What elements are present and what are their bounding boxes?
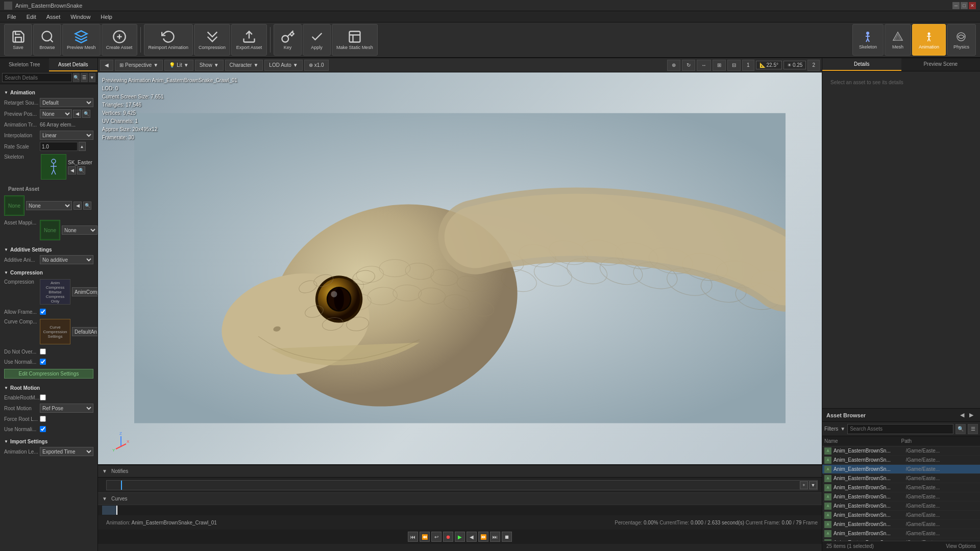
skip-to-start-btn[interactable]: ⏮ [408,532,418,542]
prev-frame-btn[interactable]: ⏪ [420,532,430,542]
record-btn[interactable]: ⏺ [443,532,453,542]
menu-edit[interactable]: Edit [21,13,41,21]
asset-list-item[interactable]: A Anim_EasternBrownSn... /Game/Easte... [822,465,980,474]
make-static-mesh-button[interactable]: Make Static Mesh [332,24,378,56]
export-asset-button[interactable]: Export Asset [231,24,267,56]
edit-compression-settings-button[interactable]: Edit Compression Settings [4,369,93,379]
parent-asset-arrow-btn[interactable]: ◀ [74,202,82,210]
animation-length-select[interactable]: Exported Time [40,447,93,456]
browse-button[interactable]: Browse [33,24,61,56]
stop-btn[interactable]: ⏹ [502,532,512,542]
animation-mode-button[interactable]: Animation [912,24,946,56]
play-btn[interactable]: ▶ [455,532,465,542]
use-normalize-2-checkbox[interactable] [40,426,46,432]
viewport-scale-gizmo-btn[interactable]: ↔ [697,60,711,71]
notifies-section-label[interactable]: ▼ [102,468,107,474]
additive-anim-select[interactable]: No additive [40,255,93,264]
viewport-scale-btn[interactable]: ⊕ x1.0 [304,60,329,71]
tab-details[interactable]: Details [822,58,901,71]
viewport-rotate-btn[interactable]: ↻ [682,60,695,71]
search-assets-input[interactable] [847,424,953,434]
notifies-options-btn[interactable]: ▼ [809,481,817,489]
reimport-button[interactable]: Reimport Animation [144,24,193,56]
root-motion-type-select[interactable]: Ref Pose [40,404,93,413]
apply-button[interactable]: Apply [303,24,331,56]
tab-skeleton-tree[interactable]: Skeleton Tree [0,58,49,71]
rate-scale-input[interactable] [40,142,78,151]
viewport-perspective-btn[interactable]: ⊞ Perspective ▼ [115,60,163,71]
asset-mapping-select[interactable]: None [62,226,97,235]
parent-asset-select[interactable]: None [26,201,72,210]
asset-list-item[interactable]: A Anim_EasternBrownSn... /Game/Easte... [822,502,980,511]
viewport-nav-btn[interactable]: ◀ [100,60,113,71]
tab-asset-details[interactable]: Asset Details [49,58,98,71]
enable-root-motion-checkbox[interactable] [40,394,46,400]
list-view-btn[interactable]: ☰ [81,73,87,82]
asset-list-item[interactable]: A Anim_EasternBrownSn... /Game/Easte... [822,511,980,520]
mesh-mode-button[interactable]: Mesh [885,24,911,56]
viewport-main[interactable]: Previewing Animation Anim_EasternBrownSn… [98,72,822,464]
asset-list-item[interactable]: A Anim_EasternBrownSn... /Game/Easte... [822,529,980,538]
compression-section-header[interactable]: ▼ Compression [2,268,95,277]
menu-asset[interactable]: Asset [41,13,66,21]
maximize-btn[interactable]: □ [961,2,968,9]
do-not-override-checkbox[interactable] [40,348,46,355]
notifies-bar[interactable]: 1 + ▼ [106,480,818,490]
viewport-number-1[interactable]: 1 [742,60,754,71]
asset-view-options-btn[interactable]: ☰ [968,424,978,434]
asset-browser-forward-btn[interactable]: ▶ [967,411,976,420]
search-details-input[interactable] [2,73,72,82]
curve-comp-select[interactable]: DefaultAn... [72,327,97,336]
interpolation-select[interactable]: Linear [40,131,93,140]
preview-pose-select[interactable]: None [40,109,72,118]
skeleton-browse-btn[interactable]: 🔍 [77,166,85,174]
asset-list-item[interactable]: A Anim_EasternBrownSn... /Game/Easte... [822,456,980,465]
preview-pose-arrow-btn[interactable]: ◀ [73,110,81,118]
asset-search-btn[interactable]: 🔍 [955,424,966,434]
root-motion-header[interactable]: ▼ Root Motion [2,384,95,392]
asset-browser-back-btn[interactable]: ◀ [958,411,967,420]
import-settings-header[interactable]: ▼ Import Settings [2,437,95,446]
viewport-lit-btn[interactable]: 💡 Lit ▼ [164,60,193,71]
notifies-add-btn[interactable]: + [800,481,808,489]
skip-to-end-btn[interactable]: ⏭ [490,532,500,542]
key-button[interactable]: Key [274,24,302,56]
close-btn[interactable]: ✕ [969,2,976,9]
viewport-grid-btn[interactable]: ⊞ [713,60,726,71]
asset-list-item[interactable]: A Anim_EasternBrownSn... /Game/Easte... [822,474,980,483]
menu-help[interactable]: Help [95,13,117,21]
timeline-scrubber[interactable]: 0 3 6 9 12 15 18 21 24 27 30 33 36 39 [102,506,818,515]
next-frame-btn[interactable]: ⏩ [478,532,488,542]
save-button[interactable]: Save [4,24,32,56]
skeleton-arrow-btn[interactable]: ◀ [68,166,76,174]
viewport-mode-toggle[interactable]: ⊟ [727,60,741,71]
search-icon-btn[interactable]: 🔍 [73,73,80,82]
view-options-label[interactable]: View Options [946,543,976,549]
curves-toggle[interactable]: ▼ [102,496,107,502]
minimize-btn[interactable]: ─ [952,2,960,9]
tab-preview-scene[interactable]: Preview Scene [901,58,981,71]
skeleton-mode-button[interactable]: Skeleton [852,24,884,56]
viewport-character-btn[interactable]: Character ▼ [225,60,263,71]
compression-select[interactable]: AnimComp... [72,287,97,296]
create-asset-button[interactable]: Create Asset [102,24,137,56]
additive-settings-header[interactable]: ▼ Additive Settings [2,245,95,254]
viewport-lod-btn[interactable]: LOD Auto ▼ [264,60,302,71]
force-root-lock-checkbox[interactable] [40,416,46,422]
more-options-btn[interactable]: ▼ [89,73,95,82]
asset-list-item[interactable]: A Anim_EasternBrownSn... /Game/Easte... [822,446,980,456]
notifies-track[interactable]: 1 + ▼ [98,478,822,493]
menu-window[interactable]: Window [65,13,95,21]
preview-mesh-button[interactable]: Preview Mesh [62,24,101,56]
preview-pose-browse-btn[interactable]: 🔍 [82,110,90,118]
physics-mode-button[interactable]: Physics [947,24,976,56]
asset-list-item[interactable]: A Anim_EasternBrownSn... /Game/Easte... [822,483,980,492]
viewport-grid-snap-btn[interactable]: 2 [807,60,820,71]
asset-list-item[interactable]: A Anim_EasternBrownSn... /Game/Easte... [822,492,980,502]
compression-button[interactable]: Compression [194,24,230,56]
rate-scale-up-btn[interactable]: ▲ [79,142,86,151]
parent-asset-browse-btn[interactable]: 🔍 [83,202,91,210]
loop-btn[interactable]: ↩ [431,532,442,542]
use-normalize-checkbox[interactable] [40,359,46,365]
asset-list-item[interactable]: A Anim_EasternBrownSn... /Game/Easte... [822,520,980,529]
